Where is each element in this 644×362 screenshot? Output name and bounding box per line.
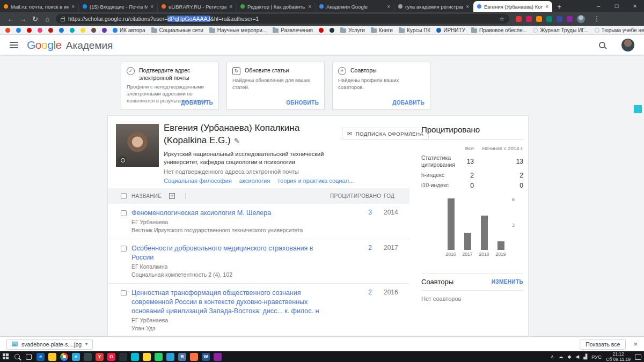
bookmark-folder[interactable]: Услуги — [340, 27, 365, 33]
bookmark-favicon[interactable] — [102, 28, 107, 33]
bookmark-star-icon[interactable]: ☆ — [499, 16, 504, 23]
bookmark-favicon[interactable] — [59, 28, 64, 33]
article-cited-link[interactable]: 3 — [330, 209, 379, 234]
window-maximize-button[interactable]: □ — [608, 0, 626, 12]
bookmark-folder[interactable]: Курсы ПК — [399, 27, 430, 33]
window-close-button[interactable]: × — [626, 0, 644, 12]
tab-close-icon[interactable]: × — [387, 4, 390, 10]
bookmark-favicon[interactable] — [48, 28, 53, 33]
taskbar-search-icon[interactable] — [14, 354, 20, 359]
action-center-icon[interactable] — [635, 354, 641, 360]
article-title-link[interactable]: Феноменологическая аксиология М. Шелера — [131, 209, 330, 218]
column-cited[interactable]: ПРОЦИТИРОВАНО — [330, 193, 379, 199]
file-explorer-icon[interactable] — [48, 353, 56, 361]
show-all-downloads-button[interactable]: Показать все — [580, 339, 626, 350]
interest-link[interactable]: Социальная философия — [164, 178, 232, 184]
tab-elibrary[interactable]: eLIBRARY.RU - Регистрационна...× — [158, 1, 237, 12]
security-shield-icon[interactable]: ◆ — [567, 354, 571, 359]
bookmark-favicon[interactable] — [38, 28, 42, 33]
tab-editor[interactable]: Редактор | Как добавить персо...× — [237, 1, 316, 12]
interest-link[interactable]: аксиология — [239, 178, 270, 184]
bookmark-favicon[interactable] — [91, 28, 96, 33]
profile-photo[interactable] — [116, 124, 159, 167]
new-tab-button[interactable]: + — [552, 1, 566, 12]
search-icon[interactable] — [599, 42, 605, 48]
browser-profile-avatar[interactable] — [577, 15, 585, 23]
extension-side-widget[interactable] — [634, 105, 642, 113]
article-checkbox[interactable] — [121, 246, 127, 252]
chart-bar-2016[interactable] — [448, 198, 455, 250]
bookmark-favicon[interactable] — [27, 28, 32, 33]
camera-icon[interactable] — [119, 156, 127, 164]
column-title[interactable]: НАЗВАНИЕ — [131, 193, 162, 199]
tab-scholar-home[interactable]: Академия Google× — [316, 1, 394, 12]
task-view-icon[interactable] — [26, 354, 32, 360]
taskbar-app-icon[interactable]: e — [36, 353, 45, 361]
account-avatar[interactable] — [621, 39, 634, 51]
article-checkbox[interactable] — [121, 290, 127, 296]
network-icon[interactable]: ▟ — [583, 354, 587, 359]
bookmark-favicon[interactable] — [80, 28, 85, 33]
bookmark-folder[interactable]: Научные меропри... — [209, 27, 267, 33]
forward-button[interactable]: → — [17, 15, 29, 23]
taskbar-app-icon[interactable] — [131, 353, 139, 361]
add-articles-icon[interactable]: + — [169, 193, 175, 199]
url-text[interactable]: https://scholar.google.ru/citations?user… — [68, 16, 259, 22]
chrome-icon[interactable] — [60, 353, 68, 361]
update-articles-button[interactable]: ОБНОВИТЬ — [286, 100, 319, 106]
bookmark-folder[interactable]: Социальные сети — [151, 27, 203, 33]
edit-profile-icon[interactable]: ✎ — [234, 137, 240, 145]
onedrive-cloud-icon[interactable]: ☁ — [558, 354, 563, 359]
bookmark-favicon[interactable] — [330, 28, 334, 33]
taskbar-clock[interactable]: 21:12Сб 09.11.19 — [606, 351, 631, 362]
bookmark-item[interactable]: Журнал Труды ИГ... — [533, 27, 588, 33]
menu-hamburger-icon[interactable] — [10, 40, 18, 50]
address-bar[interactable]: https://scholar.google.ru/citations?user… — [56, 14, 509, 24]
add-coauthors-button[interactable]: ДОБАВИТЬ — [392, 100, 425, 106]
select-all-checkbox[interactable] — [121, 193, 127, 199]
bookmark-favicon[interactable] — [16, 28, 21, 33]
taskbar-app-icon[interactable] — [119, 353, 127, 361]
taskbar-app-icon[interactable] — [166, 353, 174, 361]
taskbar-app-icon[interactable] — [190, 353, 198, 361]
article-checkbox[interactable] — [121, 210, 127, 216]
download-item[interactable]: svadebnoe-plate-s....jpg ▾ — [6, 339, 93, 350]
article-cited-link[interactable]: 2 — [330, 244, 379, 278]
bookmark-favicon[interactable] — [70, 28, 75, 33]
back-button[interactable]: ← — [4, 15, 17, 23]
taskbar-app-icon[interactable] — [214, 353, 222, 361]
tray-expand-icon[interactable]: ∧ — [551, 354, 554, 359]
more-options-icon[interactable]: ⋮ — [182, 193, 188, 200]
home-button[interactable]: ⌂ — [41, 15, 54, 23]
extension-icon[interactable] — [546, 16, 552, 22]
google-scholar-logo[interactable]: Google Академия — [27, 39, 113, 51]
taskbar-app-icon[interactable]: B — [178, 353, 186, 361]
cited-by-title[interactable]: Процитировано — [421, 121, 523, 140]
tab-close-icon[interactable]: × — [466, 4, 469, 10]
chart-bar-2018[interactable] — [481, 216, 488, 250]
tab-close-icon[interactable]: × — [150, 4, 153, 10]
bookmark-item[interactable]: ИРНИТУ — [436, 27, 465, 33]
reload-button[interactable]: ↻ — [29, 15, 41, 23]
bookmark-folder[interactable]: Книги — [371, 27, 393, 33]
chart-bar-2019[interactable] — [497, 241, 504, 250]
taskbar-app-icon[interactable] — [143, 353, 151, 361]
article-title-link[interactable]: Ценностная трансформация общественного с… — [131, 289, 330, 316]
tab-close-icon[interactable]: × — [71, 4, 75, 10]
edit-coauthors-button[interactable]: ИЗМЕНИТЬ — [492, 279, 523, 285]
taskbar-app-icon[interactable]: Y — [96, 353, 104, 361]
tab-mailru-home[interactable]: Mail.ru: почта, поиск в интерне× — [0, 1, 79, 12]
tab-mail-inbox[interactable]: (15) Входящие - Почта Mail.ru× — [79, 1, 158, 12]
close-download-bar-icon[interactable]: × — [633, 340, 638, 348]
extension-icon[interactable] — [567, 16, 573, 22]
browser-menu-icon[interactable]: ⋮ — [594, 15, 600, 23]
bookmark-item[interactable]: ИК автора — [113, 27, 145, 33]
taskbar-app-icon[interactable]: W — [202, 353, 210, 361]
extension-icon[interactable] — [536, 16, 542, 22]
add-email-button[interactable]: ДОБАВИТЬ — [181, 100, 213, 106]
tab-search-results[interactable]: гуха академия регистрация — П...× — [394, 1, 473, 12]
subscribe-button[interactable]: ✉ПОДПИСКА ОФОРМЛЕНА — [342, 128, 429, 139]
bookmark-favicon[interactable] — [5, 28, 10, 33]
column-year[interactable]: ГОД — [379, 193, 409, 199]
article-title-link[interactable]: Особенности добровольного медицинского с… — [131, 244, 330, 262]
